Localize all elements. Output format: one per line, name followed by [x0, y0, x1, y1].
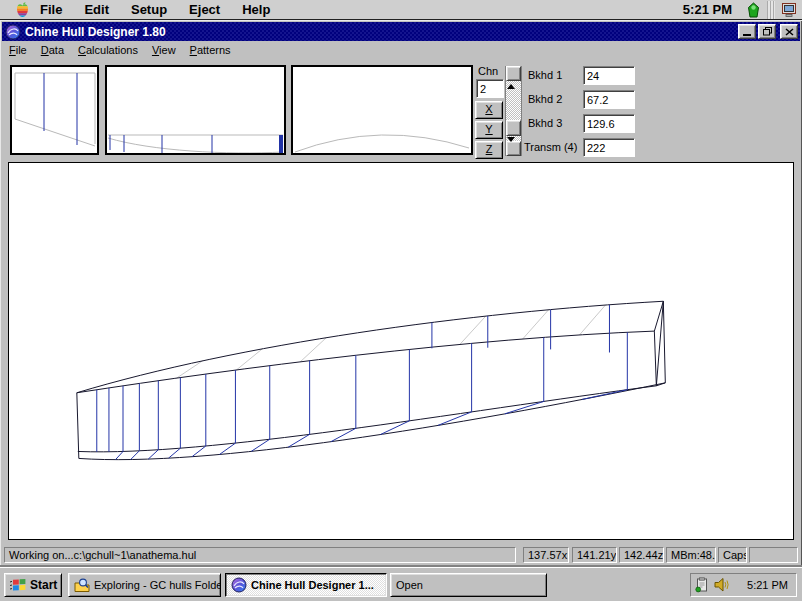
menu-calculations[interactable]: Calculations	[71, 42, 145, 58]
status-x: 137.57x	[523, 547, 569, 563]
y-axis-button[interactable]: Y	[475, 121, 503, 139]
app-window: Chine Hull Designer 1.80 File Data	[0, 20, 802, 567]
bkhd3-label: Bkhd 3	[528, 117, 562, 129]
tray-clock: 5:21 PM	[747, 579, 788, 591]
task-label: Exploring - GC hulls Folder	[94, 579, 221, 591]
minimize-button[interactable]	[738, 24, 756, 39]
mac-menu-setup[interactable]: Setup	[120, 2, 178, 17]
explorer-icon	[74, 578, 90, 593]
apple-menu[interactable]	[16, 2, 29, 18]
hull-wireframe	[9, 163, 793, 539]
menu-view[interactable]: View	[145, 42, 183, 58]
profile-graphic	[107, 67, 284, 153]
scroll-thumb[interactable]	[506, 120, 521, 136]
status-y: 141.21y	[572, 547, 617, 563]
start-label: Start	[30, 578, 57, 592]
task-open[interactable]: Open	[390, 573, 547, 597]
chn-label: Chn	[478, 65, 498, 77]
app-switcher-icon[interactable]	[781, 2, 798, 18]
task-label: Chine Hull Designer 1...	[251, 579, 374, 591]
bkhd3-field[interactable]	[583, 114, 635, 133]
mac-menubar: File Edit Setup Eject Help 5:21 PM	[0, 0, 802, 20]
preview-plan[interactable]	[291, 65, 473, 155]
preview-profile[interactable]	[105, 65, 286, 155]
status-working: Working on...c:\gchull~1\anathema.hul	[4, 547, 516, 563]
menu-file[interactable]: File	[2, 42, 34, 58]
mac-menu-eject[interactable]: Eject	[178, 2, 231, 17]
title-bar[interactable]: Chine Hull Designer 1.80	[2, 22, 800, 41]
status-z: 142.44z	[619, 547, 664, 563]
start-icon	[10, 578, 26, 593]
hull-canvas[interactable]	[8, 162, 794, 540]
toolbar: Chn X Y Z Bkhd 1 Bkhd 2 Bkhd 3 Transm (4…	[0, 58, 802, 162]
mac-menu-edit[interactable]: Edit	[73, 2, 120, 17]
mac-menu-help[interactable]: Help	[231, 2, 281, 17]
taskbar: Start Exploring - GC hulls Folder Chine …	[0, 567, 802, 601]
mac-clock: 5:21 PM	[683, 2, 732, 17]
scroll-up-button[interactable]	[506, 66, 521, 81]
z-axis-button[interactable]: Z	[475, 141, 503, 159]
menu-data[interactable]: Data	[34, 42, 71, 58]
mac-menu-file[interactable]: File	[29, 2, 73, 17]
menubar-divider	[767, 1, 775, 19]
x-axis-button[interactable]: X	[475, 101, 503, 119]
close-icon	[785, 28, 794, 36]
status-bar: Working on...c:\gchull~1\anathema.hul 13…	[0, 544, 802, 567]
desktop: File Edit Setup Eject Help 5:21 PM	[0, 0, 802, 601]
task-chine-hull-designer[interactable]: Chine Hull Designer 1...	[225, 573, 387, 597]
restore-button[interactable]	[758, 24, 776, 39]
window-title: Chine Hull Designer 1.80	[25, 25, 166, 39]
bkhd2-field[interactable]	[583, 90, 635, 109]
app-icon	[231, 577, 247, 593]
close-button[interactable]	[780, 24, 798, 39]
transm-label: Transm (4)	[524, 141, 577, 153]
transm-field[interactable]	[583, 138, 635, 157]
task-explorer[interactable]: Exploring - GC hulls Folder	[68, 573, 221, 597]
down-arrow-icon	[507, 137, 515, 159]
task-label: Open	[396, 579, 423, 591]
bkhd1-field[interactable]	[583, 66, 635, 85]
tray-scheduler-icon[interactable]	[695, 577, 710, 593]
tray-volume-icon[interactable]	[714, 577, 731, 593]
preview-body-plan[interactable]	[10, 65, 99, 155]
minimize-icon	[743, 34, 751, 36]
bkhd2-label: Bkhd 2	[528, 93, 562, 105]
system-tray: 5:21 PM	[690, 573, 797, 597]
restore-icon	[763, 27, 772, 36]
vpc-icon[interactable]	[746, 2, 761, 18]
chn-scrollbar[interactable]	[505, 66, 522, 156]
status-memory: MBm:48.00	[666, 547, 716, 563]
chn-input[interactable]	[476, 79, 504, 98]
status-caps: Caps	[718, 547, 747, 563]
status-empty	[749, 547, 798, 563]
menu-patterns[interactable]: Patterns	[183, 42, 238, 58]
body-plan-graphic	[12, 67, 97, 153]
start-button[interactable]: Start	[4, 573, 62, 597]
bkhd1-label: Bkhd 1	[528, 69, 562, 81]
app-icon	[5, 24, 21, 40]
plan-graphic	[293, 67, 471, 153]
app-menubar: File Data Calculations View Patterns	[2, 41, 800, 58]
scroll-down-button[interactable]	[506, 141, 521, 156]
apple-logo	[16, 2, 29, 18]
up-arrow-icon	[507, 67, 515, 89]
